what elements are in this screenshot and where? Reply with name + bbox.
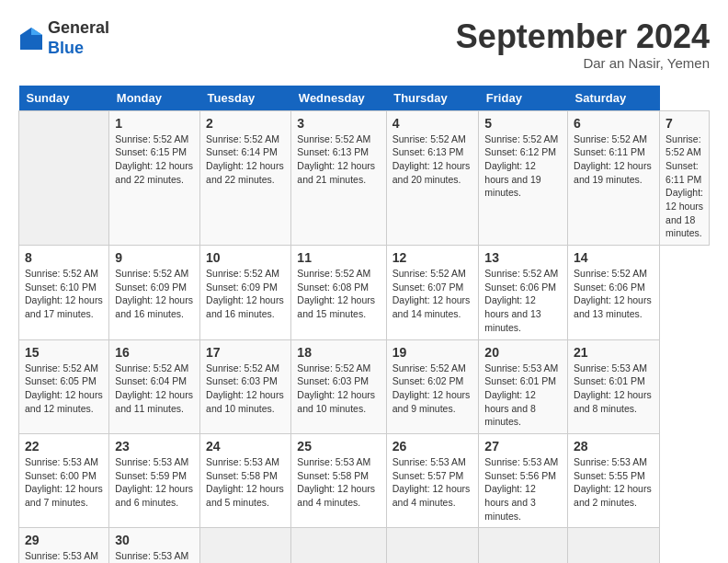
column-header-friday: Friday xyxy=(479,86,568,111)
day-number: 27 xyxy=(484,439,562,454)
calendar-week-row: 8Sunrise: 5:52 AM Sunset: 6:10 PM Daylig… xyxy=(19,246,710,339)
column-header-thursday: Thursday xyxy=(386,86,479,111)
day-detail: Sunrise: 5:52 AM Sunset: 6:03 PM Dayligh… xyxy=(206,362,285,416)
column-header-tuesday: Tuesday xyxy=(200,86,291,111)
calendar-cell: 5Sunrise: 5:52 AM Sunset: 6:12 PM Daylig… xyxy=(479,110,568,246)
day-detail: Sunrise: 5:53 AM Sunset: 5:58 PM Dayligh… xyxy=(297,455,380,510)
calendar-cell: 27Sunrise: 5:53 AM Sunset: 5:56 PM Dayli… xyxy=(479,433,568,527)
calendar-cell: 26Sunrise: 5:53 AM Sunset: 5:57 PM Dayli… xyxy=(386,433,479,527)
day-number: 22 xyxy=(25,439,103,454)
calendar-cell: 25Sunrise: 5:53 AM Sunset: 5:58 PM Dayli… xyxy=(291,433,386,527)
day-number: 6 xyxy=(574,116,654,131)
calendar-cell: 24Sunrise: 5:53 AM Sunset: 5:58 PM Dayli… xyxy=(200,433,291,527)
title-block: September 2024 Dar an Nasir, Yemen xyxy=(456,18,710,71)
calendar-cell: 12Sunrise: 5:52 AM Sunset: 6:07 PM Dayli… xyxy=(386,246,479,339)
calendar-cell xyxy=(479,528,568,563)
day-number: 10 xyxy=(206,250,285,265)
calendar-cell: 3Sunrise: 5:52 AM Sunset: 6:13 PM Daylig… xyxy=(291,110,386,246)
day-detail: Sunrise: 5:52 AM Sunset: 6:02 PM Dayligh… xyxy=(392,362,473,416)
calendar-cell xyxy=(291,528,386,563)
day-detail: Sunrise: 5:52 AM Sunset: 6:09 PM Dayligh… xyxy=(115,267,194,321)
calendar-cell: 30Sunrise: 5:53 AM Sunset: 5:54 PM Dayli… xyxy=(109,528,200,563)
calendar-table: SundayMondayTuesdayWednesdayThursdayFrid… xyxy=(18,86,710,563)
calendar-cell: 28Sunrise: 5:53 AM Sunset: 5:55 PM Dayli… xyxy=(568,433,660,527)
day-detail: Sunrise: 5:52 AM Sunset: 6:06 PM Dayligh… xyxy=(484,267,562,334)
day-number: 8 xyxy=(25,250,103,265)
day-number: 15 xyxy=(25,345,103,360)
day-number: 13 xyxy=(484,250,562,265)
day-detail: Sunrise: 5:53 AM Sunset: 5:58 PM Dayligh… xyxy=(206,455,285,510)
column-header-monday: Monday xyxy=(109,86,200,111)
day-detail: Sunrise: 5:53 AM Sunset: 6:00 PM Dayligh… xyxy=(25,455,103,510)
calendar-cell: 6Sunrise: 5:52 AM Sunset: 6:11 PM Daylig… xyxy=(568,110,660,246)
calendar-header-row: SundayMondayTuesdayWednesdayThursdayFrid… xyxy=(19,86,710,111)
calendar-cell: 17Sunrise: 5:52 AM Sunset: 6:03 PM Dayli… xyxy=(200,339,291,433)
calendar-cell: 10Sunrise: 5:52 AM Sunset: 6:09 PM Dayli… xyxy=(200,246,291,339)
logo-general-text: General xyxy=(48,18,109,37)
day-number: 20 xyxy=(484,345,562,360)
calendar-cell: 7Sunrise: 5:52 AM Sunset: 6:11 PM Daylig… xyxy=(660,110,710,246)
day-detail: Sunrise: 5:52 AM Sunset: 6:11 PM Dayligh… xyxy=(665,132,703,241)
day-detail: Sunrise: 5:53 AM Sunset: 6:01 PM Dayligh… xyxy=(574,362,654,416)
calendar-cell: 16Sunrise: 5:52 AM Sunset: 6:04 PM Dayli… xyxy=(109,339,200,433)
day-detail: Sunrise: 5:52 AM Sunset: 6:12 PM Dayligh… xyxy=(484,132,562,200)
day-number: 26 xyxy=(392,439,473,454)
calendar-cell: 14Sunrise: 5:52 AM Sunset: 6:06 PM Dayli… xyxy=(568,246,660,339)
day-detail: Sunrise: 5:52 AM Sunset: 6:06 PM Dayligh… xyxy=(574,267,654,321)
day-detail: Sunrise: 5:52 AM Sunset: 6:08 PM Dayligh… xyxy=(297,267,380,321)
day-detail: Sunrise: 5:52 AM Sunset: 6:13 PM Dayligh… xyxy=(297,132,380,187)
day-detail: Sunrise: 5:53 AM Sunset: 5:54 PM Dayligh… xyxy=(115,549,194,563)
day-number: 30 xyxy=(115,533,194,547)
day-detail: Sunrise: 5:52 AM Sunset: 6:07 PM Dayligh… xyxy=(392,267,473,321)
day-detail: Sunrise: 5:52 AM Sunset: 6:10 PM Dayligh… xyxy=(25,267,103,321)
day-number: 16 xyxy=(115,345,194,360)
calendar-cell: 15Sunrise: 5:52 AM Sunset: 6:05 PM Dayli… xyxy=(19,339,109,433)
day-detail: Sunrise: 5:52 AM Sunset: 6:14 PM Dayligh… xyxy=(206,132,285,187)
calendar-cell: 13Sunrise: 5:52 AM Sunset: 6:06 PM Dayli… xyxy=(479,246,568,339)
calendar-cell: 18Sunrise: 5:52 AM Sunset: 6:03 PM Dayli… xyxy=(291,339,386,433)
calendar-week-row: 22Sunrise: 5:53 AM Sunset: 6:00 PM Dayli… xyxy=(19,433,710,527)
calendar-cell: 11Sunrise: 5:52 AM Sunset: 6:08 PM Dayli… xyxy=(291,246,386,339)
day-number: 7 xyxy=(665,116,703,131)
column-header-sunday: Sunday xyxy=(19,86,109,111)
day-detail: Sunrise: 5:52 AM Sunset: 6:05 PM Dayligh… xyxy=(25,362,103,416)
calendar-cell: 8Sunrise: 5:52 AM Sunset: 6:10 PM Daylig… xyxy=(19,246,109,339)
column-header-saturday: Saturday xyxy=(568,86,660,111)
day-number: 25 xyxy=(297,439,380,454)
month-title: September 2024 xyxy=(456,18,710,55)
logo-icon xyxy=(18,26,44,52)
calendar-cell: 9Sunrise: 5:52 AM Sunset: 6:09 PM Daylig… xyxy=(109,246,200,339)
day-number: 17 xyxy=(206,345,285,360)
day-number: 14 xyxy=(574,250,654,265)
column-header-wednesday: Wednesday xyxy=(291,86,386,111)
day-number: 1 xyxy=(115,116,194,131)
day-detail: Sunrise: 5:52 AM Sunset: 6:09 PM Dayligh… xyxy=(206,267,285,321)
calendar-cell: 2Sunrise: 5:52 AM Sunset: 6:14 PM Daylig… xyxy=(200,110,291,246)
day-number: 2 xyxy=(206,116,285,131)
day-detail: Sunrise: 5:52 AM Sunset: 6:04 PM Dayligh… xyxy=(115,362,194,416)
day-detail: Sunrise: 5:53 AM Sunset: 5:55 PM Dayligh… xyxy=(574,455,654,510)
svg-marker-1 xyxy=(31,28,42,35)
day-detail: Sunrise: 5:53 AM Sunset: 5:55 PM Dayligh… xyxy=(25,549,103,563)
day-number: 24 xyxy=(206,439,285,454)
calendar-cell xyxy=(19,110,109,246)
calendar-cell xyxy=(386,528,479,563)
calendar-cell: 4Sunrise: 5:52 AM Sunset: 6:13 PM Daylig… xyxy=(386,110,479,246)
calendar-cell: 21Sunrise: 5:53 AM Sunset: 6:01 PM Dayli… xyxy=(568,339,660,433)
calendar-cell xyxy=(568,528,660,563)
day-number: 5 xyxy=(484,116,562,131)
day-number: 3 xyxy=(297,116,380,131)
calendar-cell: 23Sunrise: 5:53 AM Sunset: 5:59 PM Dayli… xyxy=(109,433,200,527)
logo: General Blue xyxy=(18,18,109,58)
calendar-week-row: 29Sunrise: 5:53 AM Sunset: 5:55 PM Dayli… xyxy=(19,528,710,563)
calendar-cell: 1Sunrise: 5:52 AM Sunset: 6:15 PM Daylig… xyxy=(109,110,200,246)
day-number: 11 xyxy=(297,250,380,265)
day-detail: Sunrise: 5:53 AM Sunset: 5:56 PM Dayligh… xyxy=(484,455,562,523)
day-number: 18 xyxy=(297,345,380,360)
location: Dar an Nasir, Yemen xyxy=(456,55,710,71)
day-number: 21 xyxy=(574,345,654,360)
calendar-week-row: 1Sunrise: 5:52 AM Sunset: 6:15 PM Daylig… xyxy=(19,110,710,246)
logo-blue-text: Blue xyxy=(48,39,84,57)
calendar-week-row: 15Sunrise: 5:52 AM Sunset: 6:05 PM Dayli… xyxy=(19,339,710,433)
day-number: 12 xyxy=(392,250,473,265)
